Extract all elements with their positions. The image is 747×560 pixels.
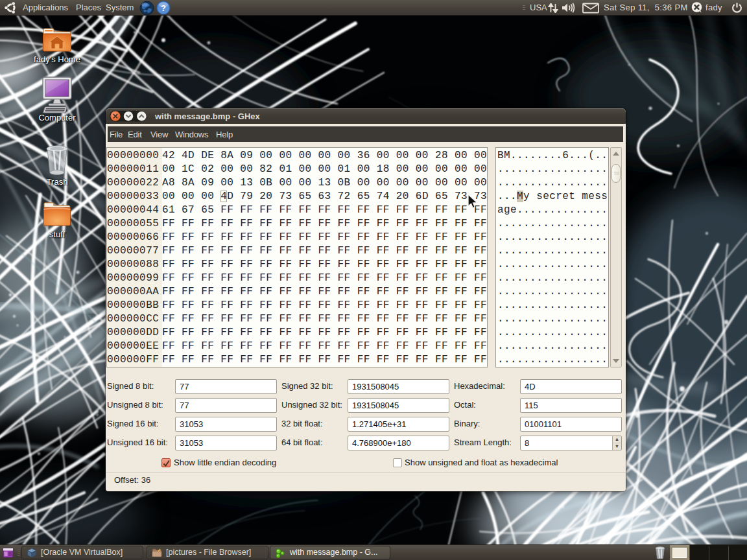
svg-text:?: ?	[161, 3, 166, 13]
